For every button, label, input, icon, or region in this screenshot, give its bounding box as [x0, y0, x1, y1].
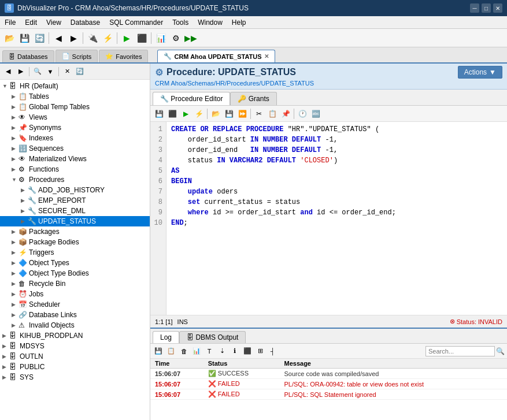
tree-item[interactable]: ▶ 🗄 KIHUB_PRODPLAN: [0, 330, 150, 341]
toolbar-connect-btn[interactable]: 🔌: [86, 31, 99, 45]
menu-help[interactable]: Help: [227, 17, 251, 28]
tree-item[interactable]: ▶ ⚙ Functions: [0, 164, 150, 174]
code-line[interactable]: where id >= order_id_start and id <= ord…: [171, 207, 502, 218]
tree-item[interactable]: ▶ 📋 Tables: [0, 91, 150, 102]
editor-stop-btn[interactable]: ⬛: [166, 107, 179, 120]
code-lines[interactable]: CREATE OR REPLACE PROCEDURE "HR"."UPDATE…: [166, 122, 507, 315]
tree-item[interactable]: ▶ 🔗 Database Links: [0, 310, 150, 320]
toolbar-settings-btn[interactable]: ⚙: [169, 31, 183, 45]
toolbar-disconnect-btn[interactable]: ⚡: [101, 31, 114, 45]
editor-copy-btn[interactable]: 📋: [266, 107, 279, 120]
tree-item[interactable]: ▶ 📅 Scheduler: [0, 299, 150, 310]
tree-item[interactable]: ▶ 📌 Synonyms: [0, 122, 150, 133]
toolbar-green-btn[interactable]: ▶▶: [184, 31, 198, 45]
tree-fwd-btn[interactable]: ▶: [15, 66, 27, 77]
code-line[interactable]: CREATE OR REPLACE PROCEDURE "HR"."UPDATE…: [171, 124, 502, 135]
tab-grants[interactable]: 🔑 Grants: [230, 92, 276, 105]
toolbar-grid-btn[interactable]: 📊: [154, 31, 168, 45]
log-copy-btn[interactable]: 📋: [165, 345, 177, 357]
code-line[interactable]: status IN VARCHAR2 DEFAULT 'CLOSED'): [171, 155, 502, 166]
code-line[interactable]: BEGIN: [171, 176, 502, 187]
tab-favorites[interactable]: ⭐ Favorites: [99, 50, 148, 62]
log-pin-btn[interactable]: ⊞: [254, 345, 266, 357]
menu-edit[interactable]: Edit: [20, 17, 42, 28]
log-grid-btn[interactable]: 📊: [191, 345, 202, 357]
log-pipe-btn[interactable]: ┤: [267, 345, 279, 357]
tree-item[interactable]: ▶ 🔧 ADD_JOB_HISTORY: [0, 185, 150, 195]
tree-item[interactable]: ▶ 🗄 MDSYS: [0, 341, 150, 351]
code-line[interactable]: update oders: [171, 187, 502, 197]
tree-item[interactable]: ▶ 🔧 SECURE_DML: [0, 206, 150, 216]
tree-item[interactable]: ▼ ⚙ Procedures: [0, 174, 150, 185]
code-line[interactable]: set current_status = status: [171, 197, 502, 207]
tree-item[interactable]: ▼ 🗄 HR (Default): [0, 81, 150, 91]
code-line[interactable]: END;: [171, 218, 502, 228]
tree-filter2-btn[interactable]: ▼: [45, 66, 56, 77]
toolbar-run-btn[interactable]: ▶: [120, 31, 134, 45]
editor-run-btn[interactable]: ▶: [179, 107, 192, 120]
tree-item[interactable]: ▶ 🗄 PUBLIC: [0, 362, 150, 372]
menu-database[interactable]: Database: [66, 17, 105, 28]
tree-item[interactable]: ▶ 📋 Global Temp Tables: [0, 102, 150, 112]
log-format2-btn[interactable]: ⇣: [216, 345, 228, 357]
tree-back-btn[interactable]: ◀: [2, 66, 14, 77]
close-button[interactable]: ✕: [493, 3, 502, 13]
code-line[interactable]: AS: [171, 166, 502, 176]
menu-file[interactable]: File: [0, 17, 20, 28]
log-tab-log[interactable]: Log: [153, 331, 179, 343]
tree-item[interactable]: ▶ 🔧 UPDATE_STATUS: [0, 216, 150, 226]
doc-tab-update-status[interactable]: 🔧 CRM Ahoa UPDATE_STATUS ✕: [157, 50, 275, 62]
tree-item[interactable]: ▶ ⚠ Invalid Objects: [0, 320, 150, 330]
maximize-button[interactable]: □: [482, 3, 491, 13]
toolbar-btn3[interactable]: 🔄: [32, 31, 46, 45]
tree-item[interactable]: ▶ 👁 Views: [0, 112, 150, 122]
editor-saveas-btn[interactable]: 💾: [223, 107, 235, 120]
editor-save-btn[interactable]: 💾: [153, 107, 165, 120]
editor-cut-btn[interactable]: ✂: [253, 107, 265, 120]
tree-filter-btn[interactable]: 🔍: [32, 66, 43, 77]
tree-item[interactable]: ▶ 🗄 OUTLN: [0, 351, 150, 362]
tree-item[interactable]: ▶ 🗄 SYS: [0, 372, 150, 382]
tree-item[interactable]: ▶ ⏰ Jobs: [0, 289, 150, 299]
tab-databases[interactable]: 🗄 Databases: [2, 50, 54, 62]
doc-tab-close[interactable]: ✕: [264, 53, 269, 60]
tree-item[interactable]: ▶ 🔖 Indexes: [0, 133, 150, 143]
tree-item[interactable]: ▶ 🔧 EMP_REPORT: [0, 195, 150, 206]
editor-paste-btn[interactable]: 📌: [279, 107, 292, 120]
log-format-btn[interactable]: T: [203, 345, 215, 357]
menu-view[interactable]: View: [42, 17, 66, 28]
tree-item[interactable]: ▶ 🔷 Object Type Bodies: [0, 268, 150, 278]
menu-window[interactable]: Window: [193, 17, 227, 28]
minimize-button[interactable]: ─: [470, 3, 479, 13]
log-save-btn[interactable]: 💾: [153, 345, 164, 357]
log-expand-btn[interactable]: ⬛: [242, 345, 253, 357]
editor-open-btn[interactable]: 📂: [209, 107, 222, 120]
menu-tools[interactable]: Tools: [168, 17, 193, 28]
tree-item[interactable]: ▶ 📦 Packages: [0, 226, 150, 237]
toolbar-fwd-btn[interactable]: ▶: [66, 31, 80, 45]
tab-scripts[interactable]: 📄 Scripts: [55, 50, 98, 62]
log-clear-btn[interactable]: 🗑: [178, 345, 190, 357]
code-line[interactable]: order_id_start IN NUMBER DEFAULT -1,: [171, 135, 502, 145]
tab-procedure-editor[interactable]: 🔧 Procedure Editor: [153, 92, 230, 105]
tree-item[interactable]: ▶ 🗑 Recycle Bin: [0, 278, 150, 289]
toolbar-back-btn[interactable]: ◀: [51, 31, 65, 45]
editor-step-btn[interactable]: ⏩: [236, 107, 249, 120]
tree-item[interactable]: ▶ 🔷 Object Types: [0, 258, 150, 268]
tree-close-btn[interactable]: ✕: [61, 66, 73, 77]
editor-format-btn[interactable]: 🔤: [309, 107, 322, 120]
log-tab-dbms[interactable]: 🗄 DBMS Output: [179, 331, 246, 343]
editor-history-btn[interactable]: 🕐: [296, 107, 309, 120]
editor-compile-btn[interactable]: ⚡: [193, 107, 205, 120]
tree-item[interactable]: ▶ 📦 Package Bodies: [0, 237, 150, 247]
tree-item[interactable]: ▶ 🔢 Sequences: [0, 143, 150, 154]
code-editor[interactable]: 12345678910 CREATE OR REPLACE PROCEDURE …: [150, 122, 507, 315]
menu-sql-commander[interactable]: SQL Commander: [105, 17, 168, 28]
tree-item[interactable]: ▶ 👁 Materialized Views: [0, 154, 150, 164]
tree-item[interactable]: ▶ ⚡ Triggers: [0, 247, 150, 258]
log-info-btn[interactable]: ℹ: [229, 345, 240, 357]
window-controls[interactable]: ─ □ ✕: [470, 3, 502, 13]
toolbar-stop-btn[interactable]: ⬛: [135, 31, 149, 45]
toolbar-open-btn[interactable]: 📂: [2, 31, 16, 45]
code-line[interactable]: order_id_end IN NUMBER DEFAULT -1,: [171, 145, 502, 155]
